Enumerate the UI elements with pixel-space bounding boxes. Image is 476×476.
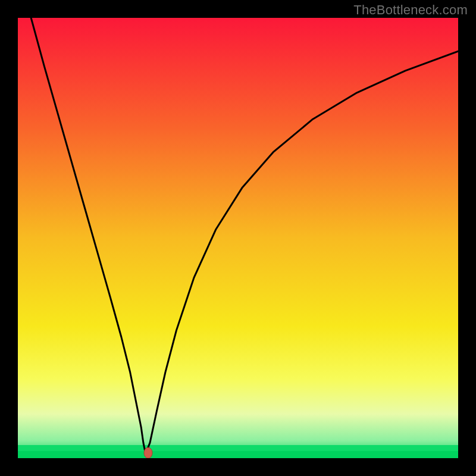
light-green-band: [18, 445, 458, 451]
watermark-text: TheBottleneck.com: [353, 2, 468, 18]
bottleneck-plot: [18, 18, 458, 458]
plot-svg: [18, 18, 458, 458]
gradient-background: [18, 18, 458, 458]
green-band: [18, 451, 458, 458]
minimum-marker-icon: [144, 447, 152, 458]
chart-frame: TheBottleneck.com: [0, 0, 476, 476]
